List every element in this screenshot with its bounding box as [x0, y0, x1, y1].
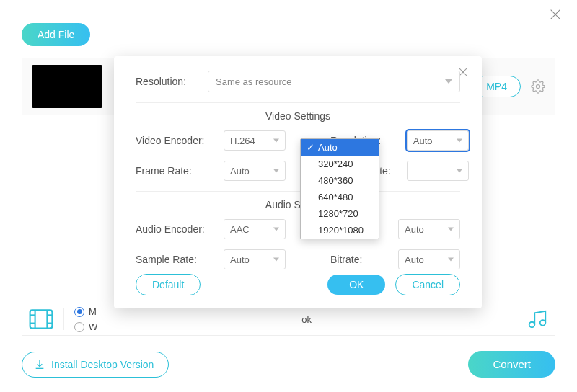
chevron-down-icon [457, 169, 462, 173]
resolution-label: Resolution: [136, 76, 208, 87]
resolution-option-480x360[interactable]: 480*360 [301, 172, 379, 189]
frame-rate-select[interactable]: Auto [224, 161, 286, 181]
download-icon [34, 359, 45, 370]
resolution-option-1280x720[interactable]: 1280*720 [301, 205, 379, 222]
convert-button[interactable]: Convert [468, 351, 555, 378]
video-encoder-label: Video Encoder: [136, 135, 208, 146]
format-radio-1[interactable]: M [74, 306, 97, 317]
sample-rate-label: Sample Rate: [136, 254, 208, 265]
truncated-text: ok [301, 314, 312, 325]
format-radio-2[interactable]: W [74, 321, 97, 332]
audio-bitrate-select[interactable]: Auto [398, 249, 460, 270]
resolution-option-1920x1080[interactable]: 1920*1080 [301, 222, 379, 239]
install-desktop-button[interactable]: Install Desktop Version [22, 352, 169, 378]
frame-rate-label: Frame Rate: [136, 165, 208, 177]
resolution-option-320x240[interactable]: 320*240 [301, 156, 379, 172]
video-thumbnail[interactable] [32, 65, 102, 108]
install-desktop-label: Install Desktop Version [51, 359, 154, 370]
format-radio-1-label: M [89, 306, 97, 317]
check-icon: ✓ [307, 142, 315, 153]
music-icon[interactable] [527, 308, 548, 330]
footer: Install Desktop Version Convert [22, 351, 555, 378]
chevron-down-icon [273, 169, 279, 173]
svg-point-0 [537, 85, 540, 89]
chevron-down-icon [273, 228, 279, 231]
close-icon[interactable] [548, 7, 563, 22]
format-radio-2-label: W [89, 321, 97, 332]
ok-button[interactable]: OK [327, 275, 385, 295]
chevron-down-icon [445, 79, 452, 84]
video-settings-heading: Video Settings [136, 102, 460, 122]
audio-bitrate-label: Bitrate: [301, 254, 382, 265]
resolution-select-value: Same as resource [216, 76, 292, 87]
settings-modal: Resolution: Same as resource Video Setti… [114, 56, 482, 308]
video-encoder-select[interactable]: H.264 [224, 130, 286, 151]
audio-settings-heading: Audio Settings [136, 191, 460, 210]
resolution-option-640x480[interactable]: 640*480 [301, 189, 379, 205]
audio-encoder-label: Audio Encoder: [136, 223, 208, 235]
cancel-button[interactable]: Cancel [395, 274, 460, 295]
chevron-down-icon [273, 258, 279, 262]
gear-icon[interactable] [531, 79, 545, 94]
video-bitrate-select[interactable] [407, 161, 469, 181]
resolution-option-auto[interactable]: ✓Auto [301, 139, 379, 156]
film-icon[interactable] [29, 309, 53, 329]
audio-encoder-select[interactable]: AAC [224, 219, 286, 239]
chevron-down-icon [448, 228, 454, 231]
svg-point-9 [540, 320, 546, 326]
chevron-down-icon [273, 139, 279, 143]
channel-select[interactable]: Auto [398, 219, 460, 239]
sample-rate-select[interactable]: Auto [224, 249, 286, 270]
default-button[interactable]: Default [136, 274, 201, 295]
add-file-button[interactable]: Add File [22, 23, 90, 46]
svg-point-8 [529, 322, 535, 328]
resolution-dropdown[interactable]: ✓Auto 320*240 480*360 640*480 1280*720 1… [300, 138, 379, 239]
chevron-down-icon [448, 258, 454, 262]
svg-rect-1 [30, 310, 53, 328]
video-resolution-select[interactable]: Auto [407, 130, 469, 151]
chevron-down-icon [457, 139, 462, 143]
resolution-select[interactable]: Same as resource [208, 71, 460, 92]
